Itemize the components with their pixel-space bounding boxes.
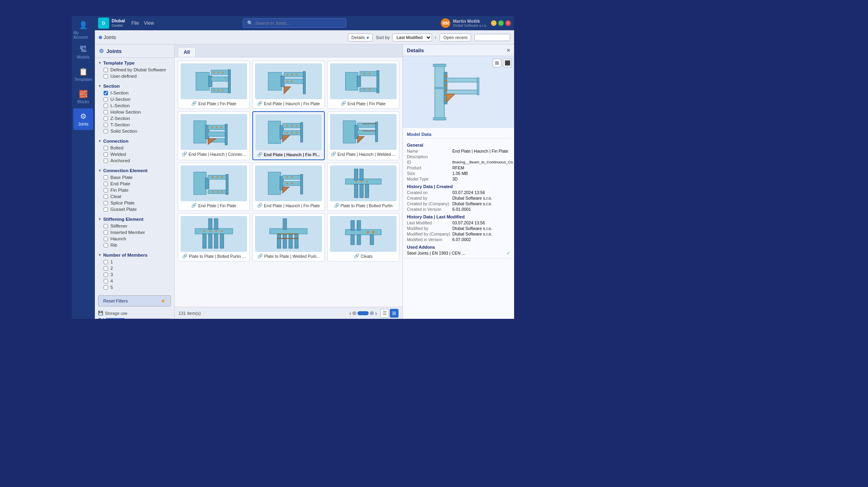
nav-item-models[interactable]: 🏗 Models <box>73 41 93 63</box>
checkbox-splice-plate[interactable] <box>104 201 108 205</box>
filter-item-u-section[interactable]: U-Section <box>95 96 174 102</box>
filter-item-inserted-member[interactable]: Inserted Member <box>95 229 174 236</box>
search-bar[interactable]: 🔍 Search in Joints... <box>243 18 346 28</box>
checkbox-fin-plate[interactable] <box>104 188 108 192</box>
page-dot-3[interactable] <box>370 311 374 315</box>
checkbox-t-section[interactable] <box>104 123 108 127</box>
checkbox-end-plate[interactable] <box>104 182 108 186</box>
nav-item-joints[interactable]: ⚙ Joints <box>73 108 93 130</box>
filter-group-connection-element[interactable]: ▼ Connection Element <box>95 167 174 174</box>
nav-item-my-account[interactable]: 👤 My Account <box>73 19 93 41</box>
checkbox-l-section[interactable] <box>104 104 108 108</box>
checkbox-hollow-section[interactable] <box>104 110 108 114</box>
tab-all[interactable]: All <box>178 47 196 57</box>
grid-item-4[interactable]: 🔗 End Plate | Haunch | Connec... <box>178 111 250 160</box>
checkbox-rib[interactable] <box>104 243 108 247</box>
grid-item-8[interactable]: 🔗 End Plate | Haunch | Fin Plate <box>252 163 324 211</box>
checkbox-cleat[interactable] <box>104 194 108 199</box>
filter-item-fin-plate[interactable]: Fin Plate <box>95 187 174 193</box>
grid-item-3[interactable]: 🔗 End Plate | Fin Plate <box>327 61 399 109</box>
grid-view-button[interactable]: ⊞ <box>390 309 399 318</box>
checkbox-i-section[interactable] <box>104 91 108 95</box>
checkbox-defined-by-dlubal[interactable] <box>104 68 108 72</box>
filter-item-members-5[interactable]: 5 <box>95 284 174 291</box>
sort-direction-icon[interactable]: ↑ <box>434 35 437 40</box>
checkbox-solid-section[interactable] <box>104 129 108 134</box>
grid-item-1[interactable]: 🔗 End Plate | Fin Plate <box>178 61 250 109</box>
checkbox-members-1[interactable] <box>104 260 108 264</box>
checkbox-members-4[interactable] <box>104 279 108 283</box>
checkbox-base-plate[interactable] <box>104 175 108 180</box>
menu-view[interactable]: View <box>144 20 154 26</box>
filter-item-solid-section[interactable]: Solid Section <box>95 128 174 134</box>
checkbox-members-2[interactable] <box>104 266 108 271</box>
page-dot-1[interactable] <box>352 311 356 315</box>
open-recent-input[interactable] <box>474 34 510 41</box>
open-recent-button[interactable]: Open recent <box>440 33 471 41</box>
filter-item-splice-plate[interactable]: Splice Plate <box>95 200 174 206</box>
reset-filters-button[interactable]: Reset Filters ★ <box>98 295 171 306</box>
page-dot-active[interactable] <box>357 311 369 315</box>
sort-select[interactable]: Last Modified Name Size Created <box>392 33 432 41</box>
filter-item-end-plate[interactable]: End Plate <box>95 181 174 187</box>
checkbox-members-5[interactable] <box>104 285 108 290</box>
checkbox-bolted[interactable] <box>104 146 108 150</box>
checkbox-gusset-plate[interactable] <box>104 207 108 212</box>
checkbox-inserted-member[interactable] <box>104 230 108 235</box>
preview-2d-button[interactable]: ⊞ <box>493 59 501 67</box>
checkbox-user-defined[interactable] <box>104 74 108 79</box>
filter-item-gusset-plate[interactable]: Gusset Plate <box>95 206 174 212</box>
filter-item-members-1[interactable]: 1 <box>95 259 174 265</box>
grid-item-2[interactable]: 🔗 End Plate | Haunch | Fin Plate <box>252 61 324 109</box>
filter-group-section[interactable]: ▼ Section <box>95 82 174 90</box>
filter-item-rib[interactable]: Rib <box>95 242 174 248</box>
next-page-btn[interactable]: › <box>375 310 377 316</box>
filter-item-stiffener[interactable]: Stiffener <box>95 223 174 229</box>
checkbox-members-3[interactable] <box>104 273 108 277</box>
filter-item-cleat[interactable]: Cleat <box>95 193 174 200</box>
maximize-button[interactable]: □ <box>498 20 504 26</box>
filter-item-base-plate[interactable]: Base Plate <box>95 174 174 181</box>
preview-3d-button[interactable]: ⬛ <box>503 59 512 67</box>
filter-item-i-section[interactable]: I-Section <box>95 90 174 96</box>
grid-item-12[interactable]: 🔗 Cleats <box>327 213 399 261</box>
filter-item-l-section[interactable]: L-Section <box>95 102 174 109</box>
checkbox-z-section[interactable] <box>104 116 108 121</box>
nav-item-templates[interactable]: 📋 Templates <box>73 64 93 85</box>
checkbox-u-section[interactable] <box>104 97 108 102</box>
filter-item-t-section[interactable]: T-Section <box>95 122 174 128</box>
details-close-button[interactable]: × <box>507 47 510 53</box>
filter-group-template-type[interactable]: ▼ Template Type <box>95 59 174 67</box>
filter-item-members-2[interactable]: 2 <box>95 265 174 271</box>
filter-group-stiffening-element[interactable]: ▼ Stiffening Element <box>95 216 174 223</box>
grid-item-6[interactable]: 🔗 End Plate | Haunch | Welded ... <box>327 111 399 160</box>
grid-item-10[interactable]: 🔗 Plate to Plate | Bolted Purlin ... <box>178 213 250 261</box>
list-view-button[interactable]: ☰ <box>380 309 389 318</box>
filter-item-bolted[interactable]: Bolted <box>95 145 174 151</box>
filter-item-haunch[interactable]: Haunch <box>95 236 174 242</box>
details-button[interactable]: Details ● <box>348 33 373 41</box>
minimize-button[interactable]: − <box>491 20 497 26</box>
close-button[interactable]: × <box>505 20 511 26</box>
checkbox-stiffener[interactable] <box>104 224 108 228</box>
checkbox-welded[interactable] <box>104 152 108 157</box>
filter-item-hollow-section[interactable]: Hollow Section <box>95 109 174 115</box>
filter-item-z-section[interactable]: Z-Section <box>95 115 174 122</box>
grid-item-11[interactable]: 🔗 Plate to Plate | Welded Purli... <box>252 213 324 261</box>
filter-item-members-4[interactable]: 4 <box>95 278 174 284</box>
filter-item-user-defined[interactable]: User-defined <box>95 73 174 79</box>
filter-item-welded[interactable]: Welded <box>95 151 174 157</box>
filter-item-members-3[interactable]: 3 <box>95 271 174 278</box>
grid-item-5[interactable]: 🔗 End Plate | Haunch | Fin Pl... <box>252 111 324 160</box>
filter-item-anchored[interactable]: Anchored <box>95 157 174 164</box>
filter-item-defined-by-dlubal[interactable]: Defined by Dlubal Software <box>95 67 174 73</box>
checkbox-anchored[interactable] <box>104 159 108 163</box>
filter-group-number-of-members[interactable]: ▼ Number of Members <box>95 251 174 259</box>
filter-group-connection[interactable]: ▼ Connection <box>95 137 174 145</box>
nav-item-blocks[interactable]: 🧱 Blocks <box>73 86 93 108</box>
grid-item-9[interactable]: 🔗 Plate to Plate | Bolted Purlin <box>327 163 399 211</box>
menu-file[interactable]: File <box>132 20 139 26</box>
grid-item-7[interactable]: 🔗 End Plate | Fin Plate <box>178 163 250 211</box>
checkbox-haunch[interactable] <box>104 237 108 241</box>
prev-page-btn[interactable]: ‹ <box>350 310 352 316</box>
